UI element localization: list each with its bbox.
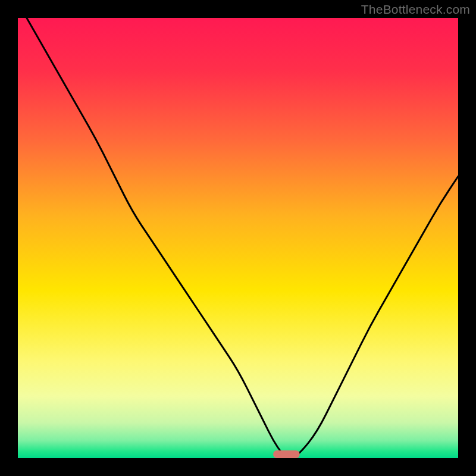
attribution-label: TheBottleneck.com	[361, 2, 470, 17]
optimal-marker	[273, 450, 299, 458]
plot-background	[18, 18, 458, 458]
bottleneck-chart	[0, 0, 476, 476]
chart-frame: TheBottleneck.com	[0, 0, 476, 476]
